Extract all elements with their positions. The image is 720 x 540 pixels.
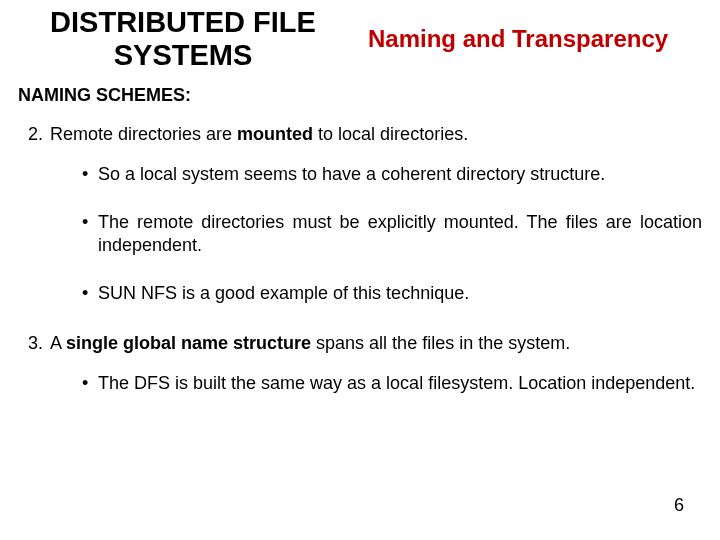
item3-pre: A (50, 333, 66, 353)
item2-pre: Remote directories are (50, 124, 237, 144)
slide-title-left: DISTRIBUTED FILE SYSTEMS (18, 6, 348, 73)
item3-post: spans all the files in the system. (311, 333, 570, 353)
slide-header: DISTRIBUTED FILE SYSTEMS Naming and Tran… (18, 6, 702, 73)
list-number: 2. (28, 124, 50, 145)
section-heading: NAMING SCHEMES: (18, 85, 702, 106)
list-item-2: 2.Remote directories are mounted to loca… (18, 124, 702, 145)
list-item-3: 3.A single global name structure spans a… (18, 333, 702, 354)
item3-bold: single global name structure (66, 333, 311, 353)
list-number: 3. (28, 333, 50, 354)
bullet-item: The DFS is built the same way as a local… (82, 372, 702, 395)
bullet-item: SUN NFS is a good example of this techni… (82, 282, 702, 305)
slide: DISTRIBUTED FILE SYSTEMS Naming and Tran… (0, 0, 720, 540)
title-line1: DISTRIBUTED FILE (50, 6, 316, 38)
bullet-item: The remote directories must be explicitl… (82, 211, 702, 256)
bullet-item: So a local system seems to have a cohere… (82, 163, 702, 186)
item2-bullets: So a local system seems to have a cohere… (82, 163, 702, 305)
item2-bold: mounted (237, 124, 313, 144)
title-line2: SYSTEMS (114, 39, 253, 71)
item3-bullets: The DFS is built the same way as a local… (82, 372, 702, 395)
page-number: 6 (674, 495, 684, 516)
slide-title-right: Naming and Transparency (368, 25, 668, 53)
item2-post: to local directories. (313, 124, 468, 144)
